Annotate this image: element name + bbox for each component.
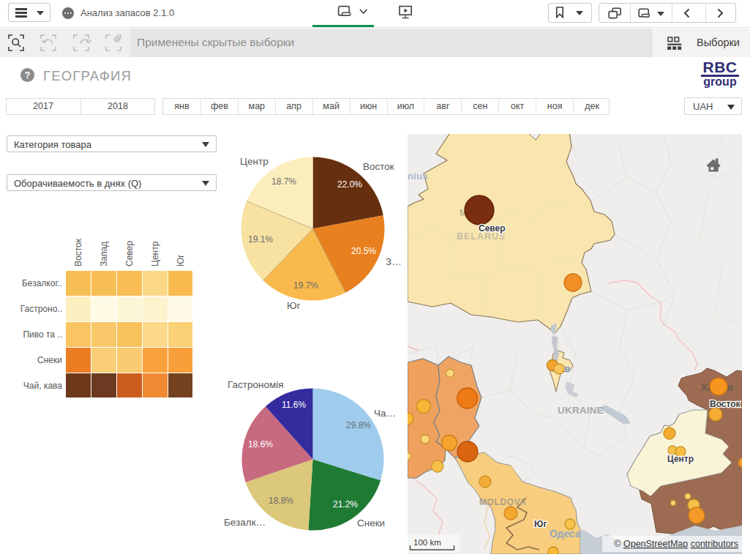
svg-text:MOLDOVA: MOLDOVA bbox=[479, 497, 527, 507]
svg-text:Одеса: Одеса bbox=[550, 528, 581, 540]
svg-text:Центр: Центр bbox=[667, 454, 694, 464]
svg-text:Юг: Юг bbox=[534, 519, 547, 529]
svg-text:UKRAINE: UKRAINE bbox=[558, 405, 604, 416]
svg-text:Север: Север bbox=[479, 223, 506, 234]
svg-text:Восток: Восток bbox=[710, 399, 741, 409]
svg-text:nius: nius bbox=[408, 171, 428, 182]
svg-text:100 km: 100 km bbox=[413, 538, 441, 547]
svg-text:© OpenStreetMap contributors: © OpenStreetMap contributors bbox=[614, 539, 738, 549]
